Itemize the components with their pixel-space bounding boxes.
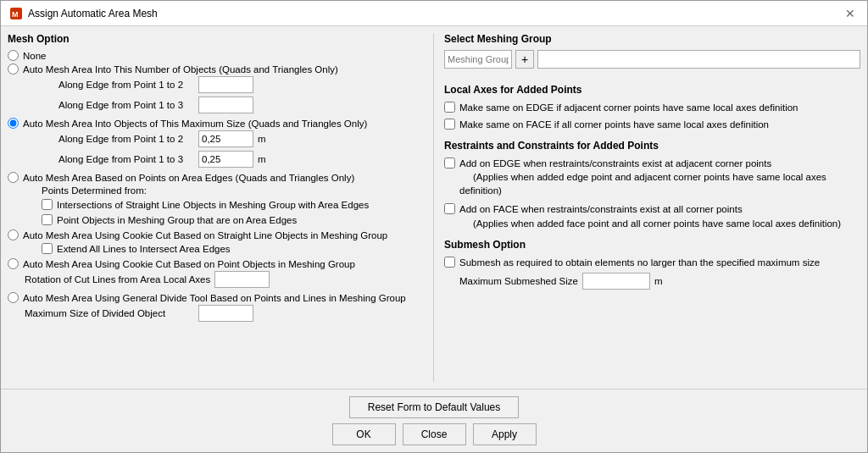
option-cookie-point-radio[interactable]	[8, 258, 19, 269]
max-size-edge2-row: Along Edge from Point 1 to 3 m	[58, 151, 423, 168]
max-submesh-label: Maximum Submeshed Size	[459, 276, 578, 286]
num-objects-edge2-label: Along Edge from Point 1 to 3	[58, 100, 194, 110]
local-axes-edge-checkbox[interactable]	[444, 102, 455, 113]
reset-button[interactable]: Reset Form to Default Values	[349, 396, 519, 418]
num-objects-edge1-input[interactable]	[198, 76, 253, 93]
points-determined-text: Points Determined from:	[42, 185, 147, 196]
point-objects-checkbox[interactable]	[42, 214, 53, 225]
option-num-objects-radio[interactable]	[8, 64, 19, 75]
max-size-edge1-row: Along Edge from Point 1 to 2 m	[58, 130, 423, 147]
option-cookie-straight-label: Auto Mesh Area Using Cookie Cut Based on…	[23, 230, 387, 240]
local-axes-title: Local Axes for Added Points	[444, 84, 860, 96]
extend-lines-checkbox[interactable]	[42, 243, 53, 254]
option-area-edges-row[interactable]: Auto Mesh Area Based on Points on Area E…	[8, 172, 423, 183]
intersection-checkbox-row[interactable]: Intersections of Straight Line Objects i…	[42, 198, 423, 212]
num-objects-edge1-row: Along Edge from Point 1 to 2	[58, 76, 423, 93]
local-axes-face-row[interactable]: Make same on FACE if all corner points h…	[444, 118, 860, 131]
num-objects-edge2-input[interactable]	[198, 97, 253, 113]
meshing-group-text-input[interactable]	[537, 50, 860, 69]
local-axes-section: Local Axes for Added Points Make same on…	[444, 84, 860, 131]
mesh-option-title: Mesh Option	[8, 33, 423, 45]
points-determined-label: Points Determined from:	[25, 185, 423, 196]
vertical-divider	[433, 33, 434, 382]
meshing-group-row: +	[444, 50, 860, 69]
meshing-group-title: Select Meshing Group	[444, 33, 860, 45]
restraints-section: Restraints and Constraints for Added Poi…	[444, 140, 860, 229]
option-area-edges-label: Auto Mesh Area Based on Points on Area E…	[23, 173, 354, 183]
restraints-face-checkbox[interactable]	[444, 203, 455, 214]
max-size-edge2-input[interactable]	[198, 151, 253, 168]
option-num-objects-row[interactable]: Auto Mesh Area Into This Number of Objec…	[8, 64, 423, 75]
option-general-row[interactable]: Auto Mesh Area Using General Divide Tool…	[8, 292, 423, 303]
submesh-title: Submesh Option	[444, 239, 860, 251]
restraints-title: Restraints and Constraints for Added Poi…	[444, 140, 860, 152]
meshing-group-placeholder-input[interactable]	[444, 50, 512, 69]
max-size-edge1-label: Along Edge from Point 1 to 2	[58, 134, 194, 144]
meshing-group-plus-button[interactable]: +	[515, 50, 534, 69]
local-axes-face-label: Make same on FACE if all corner points h…	[459, 118, 769, 131]
option-cookie-point-label: Auto Mesh Area Using Cookie Cut Based on…	[23, 259, 355, 269]
option-max-size-radio[interactable]	[8, 118, 19, 129]
footer: Reset Form to Default Values OK Close Ap…	[1, 389, 867, 452]
max-submesh-input[interactable]	[582, 273, 650, 290]
close-button[interactable]: Close	[403, 423, 466, 445]
point-objects-checkbox-row[interactable]: Point Objects in Meshing Group that are …	[42, 213, 423, 227]
assign-area-mesh-dialog: M Assign Automatic Area Mesh ✕ Mesh Opti…	[0, 0, 868, 453]
option-none-radio[interactable]	[8, 50, 19, 61]
local-axes-edge-row[interactable]: Make same on EDGE if adjacent corner poi…	[444, 101, 860, 114]
svg-text:M: M	[12, 10, 19, 19]
restraints-edge-checkbox[interactable]	[444, 157, 455, 168]
option-cookie-straight-row[interactable]: Auto Mesh Area Using Cookie Cut Based on…	[8, 229, 423, 240]
dialog-icon: M	[9, 7, 23, 20]
right-panel: Select Meshing Group + Local Axes for Ad…	[444, 33, 860, 382]
max-size-edge1-input[interactable]	[198, 130, 253, 147]
intersection-label: Intersections of Straight Line Objects i…	[57, 198, 369, 212]
ok-button[interactable]: OK	[332, 423, 396, 445]
submesh-label: Submesh as required to obtain elements n…	[459, 256, 820, 269]
max-divided-input[interactable]	[198, 305, 253, 322]
restraints-face-label: Add on FACE when restraints/constraints …	[459, 202, 841, 229]
option-none-row[interactable]: None	[8, 50, 423, 61]
num-objects-edge1-label: Along Edge from Point 1 to 2	[58, 80, 194, 90]
footer-buttons: OK Close Apply	[332, 423, 537, 445]
option-general-radio[interactable]	[8, 292, 19, 303]
option-cookie-point-row[interactable]: Auto Mesh Area Using Cookie Cut Based on…	[8, 258, 423, 269]
max-size-edge2-label: Along Edge from Point 1 to 3	[58, 154, 194, 164]
option-general-label: Auto Mesh Area Using General Divide Tool…	[23, 293, 406, 303]
submesh-section: Submesh Option Submesh as required to ob…	[444, 239, 860, 290]
max-size-edge1-unit: m	[258, 134, 266, 144]
submesh-checkbox[interactable]	[444, 257, 455, 268]
option-none-label: None	[23, 51, 47, 61]
option-max-size-row[interactable]: Auto Mesh Area Into Objects of This Maxi…	[8, 118, 423, 129]
title-bar: M Assign Automatic Area Mesh ✕	[1, 1, 867, 26]
num-objects-edge2-row: Along Edge from Point 1 to 3	[58, 97, 423, 113]
intersection-checkbox[interactable]	[42, 199, 53, 210]
max-submesh-row: Maximum Submeshed Size m	[459, 273, 860, 290]
max-submesh-unit: m	[654, 276, 663, 286]
meshing-group-section: Select Meshing Group +	[444, 33, 860, 75]
rotation-row: Rotation of Cut Lines from Area Local Ax…	[25, 271, 423, 288]
restraints-edge-row[interactable]: Add on EDGE when restraints/constraints …	[444, 157, 860, 197]
restraints-edge-label: Add on EDGE when restraints/constraints …	[459, 157, 860, 197]
option-num-objects-label: Auto Mesh Area Into This Number of Objec…	[23, 64, 338, 75]
point-objects-label: Point Objects in Meshing Group that are …	[57, 213, 297, 227]
extend-lines-label: Extend All Lines to Intersect Area Edges	[57, 242, 231, 256]
max-size-edge2-unit: m	[258, 154, 266, 164]
max-divided-label: Maximum Size of Divided Object	[25, 308, 194, 318]
rotation-label: Rotation of Cut Lines from Area Local Ax…	[25, 274, 210, 285]
option-max-size-label: Auto Mesh Area Into Objects of This Maxi…	[23, 119, 367, 129]
rotation-input[interactable]	[214, 271, 270, 288]
restraints-face-row[interactable]: Add on FACE when restraints/constraints …	[444, 202, 860, 229]
left-panel: Mesh Option None Auto Mesh Area Into Thi…	[8, 33, 423, 382]
local-axes-edge-label: Make same on EDGE if adjacent corner poi…	[459, 101, 798, 114]
max-divided-row: Maximum Size of Divided Object	[25, 305, 423, 322]
option-cookie-straight-radio[interactable]	[8, 229, 19, 240]
local-axes-face-checkbox[interactable]	[444, 119, 455, 130]
dialog-body: Mesh Option None Auto Mesh Area Into Thi…	[1, 26, 867, 389]
apply-button[interactable]: Apply	[473, 423, 537, 445]
extend-lines-checkbox-row[interactable]: Extend All Lines to Intersect Area Edges	[42, 242, 423, 256]
dialog-title: Assign Automatic Area Mesh	[28, 8, 158, 19]
submesh-checkbox-row[interactable]: Submesh as required to obtain elements n…	[444, 256, 860, 269]
close-title-button[interactable]: ✕	[842, 5, 859, 22]
option-area-edges-radio[interactable]	[8, 172, 19, 183]
